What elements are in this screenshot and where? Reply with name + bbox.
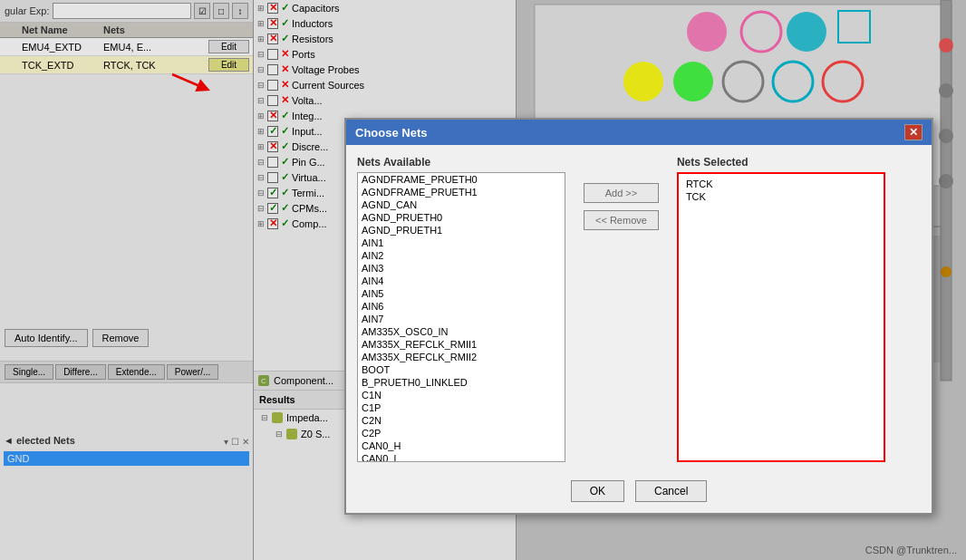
dialog-close-btn[interactable]: ✕ bbox=[904, 124, 923, 140]
dialog-body: Nets Available AGNDFRAME_PRUETH0 AGNDFRA… bbox=[346, 145, 932, 473]
middle-buttons: Add >> << Remove bbox=[584, 156, 659, 230]
net-BOOT[interactable]: BOOT bbox=[358, 363, 565, 376]
net-C1P[interactable]: C1P bbox=[358, 401, 565, 414]
net-C2N[interactable]: C2N bbox=[358, 414, 565, 427]
dialog-title-bar: Choose Nets ✕ bbox=[346, 120, 932, 145]
dialog-title: Choose Nets bbox=[355, 126, 427, 140]
net-AM335X-REFCLK-RMII2[interactable]: AM335X_REFCLK_RMII2 bbox=[358, 351, 565, 363]
net-AGNDFRAME-PRUETH1[interactable]: AGNDFRAME_PRUETH1 bbox=[358, 186, 565, 198]
remove-btn-dialog[interactable]: << Remove bbox=[584, 210, 659, 230]
net-AIN5[interactable]: AIN5 bbox=[358, 287, 565, 300]
net-AGND-PRUETH1[interactable]: AGND_PRUETH1 bbox=[358, 224, 565, 237]
net-AIN2[interactable]: AIN2 bbox=[358, 249, 565, 262]
net-C2P[interactable]: C2P bbox=[358, 427, 565, 439]
net-AM335X-REFCLK-RMII1[interactable]: AM335X_REFCLK_RMII1 bbox=[358, 338, 565, 351]
net-AIN3[interactable]: AIN3 bbox=[358, 262, 565, 275]
nets-selected-label: Nets Selected bbox=[677, 156, 885, 169]
choose-nets-dialog: Choose Nets ✕ Nets Available AGNDFRAME_P… bbox=[344, 118, 933, 515]
selected-net-RTCK[interactable]: RTCK bbox=[682, 178, 880, 190]
net-AGND-PRUETH0[interactable]: AGND_PRUETH0 bbox=[358, 211, 565, 224]
cancel-btn[interactable]: Cancel bbox=[635, 480, 707, 502]
net-CAN0-H[interactable]: CAN0_H bbox=[358, 439, 565, 452]
nets-available-box[interactable]: AGNDFRAME_PRUETH0 AGNDFRAME_PRUETH1 AGND… bbox=[357, 172, 565, 462]
net-AIN7[interactable]: AIN7 bbox=[358, 313, 565, 325]
net-AM335X-OSC0-IN[interactable]: AM335X_OSC0_IN bbox=[358, 325, 565, 338]
net-AIN6[interactable]: AIN6 bbox=[358, 300, 565, 313]
nets-available-section: Nets Available AGNDFRAME_PRUETH0 AGNDFRA… bbox=[357, 156, 565, 462]
net-AGNDFRAME-PRUETH0[interactable]: AGNDFRAME_PRUETH0 bbox=[358, 173, 565, 186]
net-AIN4[interactable]: AIN4 bbox=[358, 275, 565, 287]
nets-selected-section: Nets Selected RTCK TCK bbox=[677, 156, 885, 462]
dialog-columns: Nets Available AGNDFRAME_PRUETH0 AGNDFRA… bbox=[357, 156, 921, 462]
net-CAN0-L[interactable]: CAN0_L bbox=[358, 452, 565, 462]
net-AGND-CAN[interactable]: AGND_CAN bbox=[358, 198, 565, 211]
nets-selected-box[interactable]: RTCK TCK bbox=[677, 172, 885, 462]
net-C1N[interactable]: C1N bbox=[358, 389, 565, 401]
add-btn[interactable]: Add >> bbox=[584, 183, 659, 203]
net-B-PRUETH0-LINKLED[interactable]: B_PRUETH0_LINKLED bbox=[358, 376, 565, 389]
ok-btn[interactable]: OK bbox=[571, 480, 624, 502]
nets-available-label: Nets Available bbox=[357, 156, 565, 169]
dialog-footer: OK Cancel bbox=[346, 473, 932, 513]
net-AIN1[interactable]: AIN1 bbox=[358, 237, 565, 249]
selected-net-TCK[interactable]: TCK bbox=[682, 190, 880, 203]
